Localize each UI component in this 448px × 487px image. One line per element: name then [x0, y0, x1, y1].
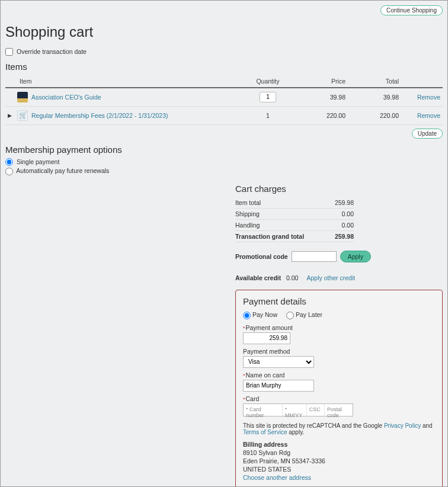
item-total-value: 259.98 [328, 197, 354, 209]
items-table: Item Quantity Price Total Association CE… [5, 75, 443, 125]
card-postal-input[interactable]: Postal code [325, 404, 353, 416]
name-on-card-input[interactable] [243, 380, 314, 392]
expand-caret-icon[interactable]: ▶ [8, 113, 14, 118]
quantity-input[interactable] [260, 92, 276, 102]
payment-method-select[interactable]: Visa [243, 356, 314, 368]
handling-label: Handling [235, 220, 328, 231]
auto-renewal-radio[interactable] [5, 168, 13, 175]
update-button[interactable]: Update [412, 129, 443, 139]
method-label: Payment method [243, 348, 435, 355]
payment-heading: Payment details [243, 296, 435, 306]
item-link[interactable]: Association CEO's Guide [31, 94, 101, 101]
shipping-label: Shipping [235, 209, 328, 220]
billing-line3: UNITED STATES [243, 465, 435, 473]
quantity-value: 1 [266, 112, 270, 119]
table-row: Association CEO's Guide39.9839.98Remove [5, 88, 443, 107]
grand-total-label: Transaction grand total [235, 231, 328, 242]
col-price: Price [295, 75, 348, 88]
billing-heading: Billing address [243, 440, 435, 448]
items-heading: Items [5, 62, 443, 72]
col-quantity: Quantity [241, 75, 295, 88]
pay-later-label: Pay Later [296, 311, 322, 318]
promo-label: Promotional code [235, 253, 288, 260]
remove-link[interactable]: Remove [417, 112, 440, 119]
card-csc-input[interactable]: CSC [307, 404, 325, 416]
payment-amount-input[interactable] [243, 332, 290, 344]
cart-icon [17, 110, 28, 121]
auto-renewal-label: Automatically pay future renewals [16, 167, 109, 174]
payment-details-panel: Payment details Pay Now Pay Later Paymen… [235, 290, 443, 487]
price-value: 220.00 [295, 106, 348, 124]
table-row: ▶Regular Membership Fees (2/1/2022 - 1/3… [5, 106, 443, 124]
membership-heading: Membership payment options [5, 145, 443, 155]
pay-later-radio[interactable] [286, 312, 294, 319]
choose-another-address-link[interactable]: Choose another address [243, 474, 311, 481]
continue-shopping-button[interactable]: Continue Shopping [380, 5, 443, 15]
line-total-value: 220.00 [348, 106, 401, 124]
item-total-label: Item total [235, 197, 328, 209]
credit-value: 0.00 [286, 274, 298, 281]
name-on-card-label: Name on card [243, 371, 435, 379]
override-date-label: Override transaction date [17, 48, 87, 55]
promo-input[interactable] [292, 251, 337, 262]
item-link[interactable]: Regular Membership Fees (2/1/2022 - 1/31… [31, 112, 168, 119]
single-payment-radio[interactable] [5, 158, 13, 166]
apply-other-credit-link[interactable]: Apply other credit [306, 274, 355, 281]
handling-value: 0.00 [328, 220, 354, 231]
price-value: 39.98 [295, 88, 348, 107]
amount-label: Payment amount [243, 324, 435, 331]
shipping-value: 0.00 [328, 209, 354, 220]
col-total: Total [348, 75, 401, 88]
billing-line2: Eden Prairie, MN 55347-3336 [243, 457, 435, 465]
line-total-value: 39.98 [348, 88, 401, 107]
credit-label: Available credit [235, 274, 281, 281]
card-input-group[interactable]: * Card number * MM/YY CSC Postal code [243, 403, 353, 416]
cart-charges-heading: Cart charges [235, 184, 443, 194]
card-label: Card [243, 395, 435, 402]
terms-of-service-link[interactable]: Terms of Service [243, 429, 287, 435]
pay-now-radio[interactable] [243, 312, 251, 319]
page-title: Shopping cart [5, 24, 443, 40]
pay-now-label: Pay Now [252, 311, 277, 318]
single-payment-label: Single payment [17, 158, 59, 165]
recaptcha-notice: This site is protected by reCAPTCHA and … [243, 422, 435, 435]
override-date-checkbox[interactable] [5, 48, 13, 56]
charges-table: Item total259.98 Shipping0.00 Handling0.… [235, 197, 354, 242]
col-item: Item [5, 75, 241, 88]
promo-apply-button[interactable]: Apply [340, 251, 371, 262]
book-icon [17, 92, 28, 102]
privacy-policy-link[interactable]: Privacy Policy [384, 422, 421, 429]
grand-total-value: 259.98 [328, 231, 354, 242]
card-number-input[interactable]: * Card number [244, 404, 283, 416]
remove-link[interactable]: Remove [417, 94, 440, 101]
card-expiry-input[interactable]: * MM/YY [283, 404, 307, 416]
billing-line1: 8910 Sylvan Rdg [243, 448, 435, 457]
